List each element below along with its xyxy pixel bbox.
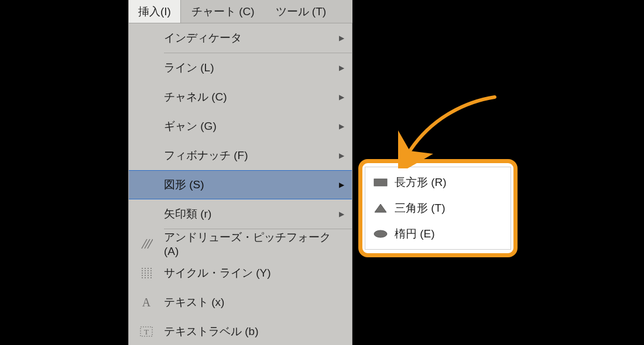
menu-label: 図形 (S): [164, 177, 331, 192]
rectangle-icon: [366, 177, 395, 188]
submenu-arrow-icon: ▶: [331, 93, 352, 101]
menu-item-arrows[interactable]: 矢印類 (r) ▶: [129, 199, 352, 229]
menu-label: アンドリューズ・ピッチフォーク (A): [164, 230, 331, 258]
triangle-icon: [366, 202, 395, 215]
menu-item-text[interactable]: A テキスト (x): [129, 288, 352, 317]
submenu-arrow-icon: ▶: [331, 151, 352, 160]
submenu-item-ellipse[interactable]: 楕円 (E): [366, 221, 509, 247]
submenu-arrow-icon: ▶: [331, 122, 352, 130]
menu-label: テキスト (x): [164, 295, 331, 310]
menu-item-text-label[interactable]: T テキストラベル (b): [129, 317, 352, 345]
menubar-label: 挿入(I): [138, 4, 171, 19]
submenu-arrow-icon: ▶: [331, 181, 352, 189]
svg-line-0: [142, 239, 147, 249]
menu-label: インディケータ: [164, 30, 331, 46]
shapes-submenu-callout: 長方形 (R) 三角形 (T) 楕円 (E): [358, 159, 518, 257]
menu-item-line[interactable]: ライン (L) ▶: [129, 53, 352, 82]
menu-label: フィボナッチ (F): [164, 148, 331, 163]
text-icon: A: [129, 296, 164, 309]
menu-label: ライン (L): [164, 60, 331, 75]
menubar-item-tools[interactable]: ツール (T): [265, 0, 337, 23]
submenu-label: 長方形 (R): [395, 175, 509, 190]
svg-rect-9: [374, 179, 387, 186]
annotation-arrow-icon: [398, 92, 503, 168]
menu-item-channel[interactable]: チャネル (C) ▶: [129, 82, 352, 112]
menu-item-shapes[interactable]: 図形 (S) ▶: [129, 170, 352, 199]
ellipse-icon: [366, 228, 395, 240]
svg-line-2: [148, 239, 153, 249]
pitchfork-icon: [129, 237, 164, 250]
menu-label: 矢印類 (r): [164, 206, 331, 222]
menubar-label: ツール (T): [276, 4, 327, 19]
insert-dropdown-menu: インディケータ ▶ ライン (L) ▶ チャネル (C) ▶ ギャン (G) ▶…: [128, 23, 352, 345]
shapes-submenu: 長方形 (R) 三角形 (T) 楕円 (E): [365, 167, 511, 250]
submenu-item-triangle[interactable]: 三角形 (T): [366, 195, 509, 221]
svg-text:T: T: [144, 327, 149, 336]
svg-point-11: [374, 230, 387, 237]
cycle-lines-icon: [129, 267, 164, 280]
menubar-item-chart[interactable]: チャート (C): [181, 0, 265, 23]
menu-item-gann[interactable]: ギャン (G) ▶: [129, 112, 352, 141]
menu-item-pitchfork[interactable]: アンドリューズ・ピッチフォーク (A): [129, 229, 352, 258]
menu-label: チャネル (C): [164, 89, 331, 105]
menubar-label: チャート (C): [191, 4, 255, 19]
menu-label: ギャン (G): [164, 119, 331, 134]
submenu-arrow-icon: ▶: [331, 34, 352, 42]
menu-label: テキストラベル (b): [164, 324, 331, 339]
menu-item-indicator[interactable]: インディケータ ▶: [129, 23, 352, 53]
submenu-label: 三角形 (T): [395, 201, 509, 216]
svg-marker-10: [375, 204, 386, 212]
submenu-arrow-icon: ▶: [331, 210, 352, 218]
submenu-item-rectangle[interactable]: 長方形 (R): [366, 170, 509, 195]
menubar-item-insert[interactable]: 挿入(I): [128, 0, 181, 23]
menu-item-cycle-line[interactable]: サイクル・ライン (Y): [129, 258, 352, 288]
menubar: 挿入(I) チャート (C) ツール (T): [128, 0, 352, 23]
submenu-arrow-icon: ▶: [331, 64, 352, 72]
submenu-label: 楕円 (E): [395, 226, 509, 242]
menu-item-fibonacci[interactable]: フィボナッチ (F) ▶: [129, 141, 352, 170]
menu-label: サイクル・ライン (Y): [164, 265, 331, 281]
svg-line-1: [145, 239, 150, 249]
text-label-icon: T: [129, 325, 164, 338]
